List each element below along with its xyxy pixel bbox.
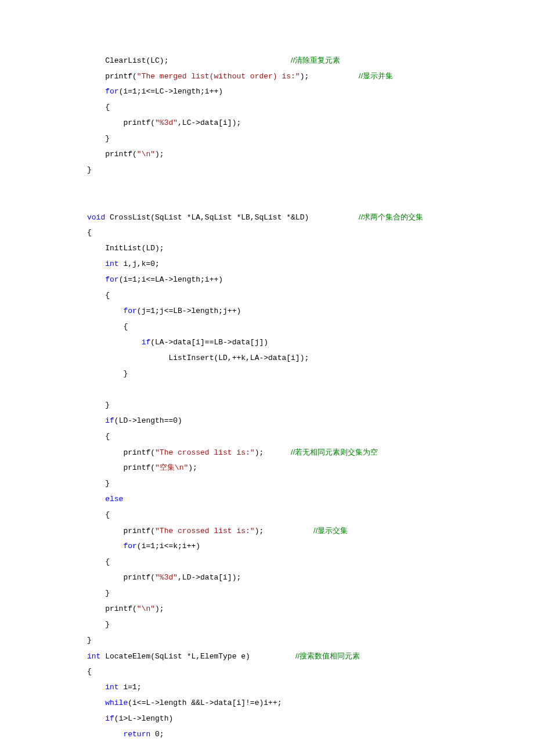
code-token: printf( — [105, 150, 137, 159]
code-line — [87, 193, 534, 209]
code-line: printf("\n"); — [87, 601, 534, 617]
code-token: } — [123, 369, 128, 378]
code-token: printf( — [123, 573, 155, 582]
code-line: } — [87, 476, 534, 491]
code-token: } — [87, 636, 92, 645]
code-token: (LA->data[i]==LB->data[j]) — [150, 338, 268, 347]
code-token: LocateElem(SqList *L,ElemType e) — [100, 652, 295, 661]
code-line: { — [87, 664, 534, 679]
code-line: { — [87, 554, 534, 570]
code-token: "\n" — [137, 150, 155, 159]
code-line: } — [87, 617, 534, 632]
code-token: i=1; — [119, 683, 142, 692]
code-line: for(i=1;i<=LA->length;i++) — [87, 272, 534, 287]
code-line: { — [87, 287, 534, 303]
code-line: else — [87, 491, 534, 507]
code-token: "\n" — [137, 604, 155, 613]
code-token: //求两个集合的交集 — [359, 213, 423, 221]
code-token: ); — [255, 527, 313, 535]
code-token: if — [105, 714, 114, 723]
code-line — [87, 381, 534, 397]
code-token: (LD->length==0) — [114, 416, 182, 425]
code-line: while(i<=L->length &&L->data[i]!=e)i++; — [87, 695, 534, 711]
code-token: for — [105, 275, 118, 284]
code-token: else — [105, 495, 123, 503]
code-token: "%3d" — [155, 573, 178, 582]
code-token: { — [105, 510, 110, 519]
code-page: ClearList(LC); //清除重复元素 printf("The merg… — [0, 52, 534, 742]
code-line: } — [87, 397, 534, 413]
code-token: int — [87, 652, 100, 661]
code-line: } — [87, 585, 534, 601]
code-token: printf( — [105, 604, 137, 613]
code-line: { — [87, 507, 534, 523]
code-token: { — [87, 667, 92, 676]
code-token: //若无相同元素则交集为空 — [291, 448, 378, 456]
code-token: //搜索数值相同元素 — [295, 651, 360, 660]
code-line: { — [87, 99, 534, 115]
code-token: (i<=L->length &&L->data[i]!=e)i++; — [128, 699, 282, 707]
code-token: (j=1;j<=LB->length;j++) — [137, 307, 241, 315]
code-line: { — [87, 319, 534, 334]
code-token: "%3d" — [155, 118, 178, 127]
code-line: if(LA->data[i]==LB->data[j]) — [87, 334, 534, 350]
code-token: return — [123, 730, 150, 739]
code-token: if — [142, 338, 151, 347]
code-line: printf("The merged list(without order) i… — [87, 68, 534, 84]
code-line: void CrossList(SqList *LA,SqList *LB,SqL… — [87, 209, 534, 225]
code-token: (i>L->length) — [114, 714, 173, 723]
code-line: int i=1; — [87, 679, 534, 695]
code-token: (i=1;i<=LC->length;i++) — [119, 87, 223, 96]
code-token: i,j,k=0; — [119, 260, 160, 268]
code-token: for — [105, 87, 118, 96]
code-line: return 0; — [87, 726, 534, 742]
code-line: printf("\n"); — [87, 146, 534, 162]
code-line: { — [87, 225, 534, 240]
code-line: for(j=1;j<=LB->length;j++) — [87, 303, 534, 319]
code-token: ); — [188, 463, 197, 472]
code-line: ClearList(LC); //清除重复元素 — [87, 52, 534, 68]
code-token: } — [105, 401, 110, 409]
code-line: printf("The crossed list is:"); //显示交集 — [87, 523, 534, 538]
code-token: } — [87, 165, 92, 174]
code-token: ); — [255, 448, 291, 457]
code-token: CrossList(SqList *LA,SqList *LB,SqList *… — [105, 213, 359, 222]
code-line: ListInsert(LD,++k,LA->data[i]); — [87, 350, 534, 366]
code-token: printf( — [123, 448, 155, 457]
code-token: //显示交集 — [313, 526, 348, 535]
code-token: (i=1;i<=LA->length;i++) — [119, 275, 223, 284]
code-line: printf("%3d",LD->data[i]); — [87, 570, 534, 585]
code-token: ); — [155, 150, 164, 159]
code-token: { — [123, 322, 128, 331]
code-token: for — [123, 542, 136, 550]
code-token: ); — [300, 72, 359, 81]
code-line: } — [87, 162, 534, 178]
code-token: printf( — [123, 463, 155, 472]
code-token: "The merged list(without order) is:" — [137, 72, 300, 81]
code-line: for(i=1;i<=LC->length;i++) — [87, 84, 534, 99]
code-line: printf("空集\n"); — [87, 460, 534, 476]
code-line: printf("%3d",LC->data[i]); — [87, 115, 534, 131]
code-token: (i=1;i<=k;i++) — [137, 542, 200, 550]
code-token: { — [105, 103, 110, 111]
code-token: "空集\n" — [155, 463, 188, 472]
code-token: int — [105, 683, 118, 692]
code-token: { — [105, 291, 110, 300]
code-line: if(LD->length==0) — [87, 413, 534, 429]
code-token: { — [105, 557, 110, 566]
code-line: int LocateElem(SqList *L,ElemType e) //搜… — [87, 648, 534, 664]
code-token: 0; — [150, 730, 164, 739]
code-token: ,LC->data[i]); — [178, 118, 241, 127]
code-line: if(i>L->length) — [87, 711, 534, 726]
code-token: int — [105, 260, 118, 268]
code-line: { — [87, 429, 534, 444]
code-token: printf( — [105, 72, 137, 81]
code-token: } — [105, 134, 110, 143]
code-token: ,LD->data[i]); — [178, 573, 241, 582]
code-token: InitList(LD); — [105, 244, 164, 253]
code-line: int i,j,k=0; — [87, 256, 534, 272]
code-token: } — [105, 620, 110, 629]
code-line: } — [87, 632, 534, 648]
code-line: for(i=1;i<=k;i++) — [87, 538, 534, 554]
code-token: //显示并集 — [359, 71, 393, 80]
